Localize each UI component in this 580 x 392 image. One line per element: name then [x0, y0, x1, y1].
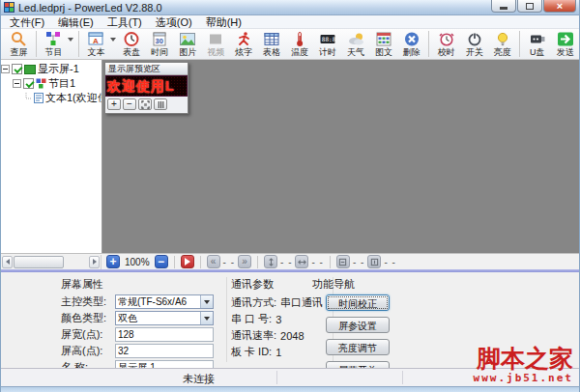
preview-toolbar: + − [105, 97, 188, 113]
screen-height-input[interactable] [115, 344, 214, 358]
toolbar-label: 温度 [291, 47, 308, 57]
text-dropdown-icon[interactable] [110, 38, 116, 42]
last-frame-button[interactable]: » [238, 255, 251, 268]
function-nav-section: 功能导航 时间校正 屏参设置 亮度调节 屏幕开关 [312, 277, 409, 364]
toolbar-dial-button[interactable]: 表盘 [118, 31, 146, 57]
frame-indicator: - - [223, 257, 235, 267]
zoom-level: 100% [125, 257, 150, 267]
canvas-zoom-out-button[interactable]: − [155, 255, 168, 268]
app-icon [4, 2, 14, 13]
tree-item-text[interactable]: 文本1(欢迎使用LED [1, 91, 102, 105]
preview-zoom-in-button[interactable]: + [107, 98, 121, 110]
close-button[interactable]: × [543, 0, 576, 13]
maximize-button[interactable] [517, 0, 542, 13]
field-label: 屏高(点): [61, 344, 115, 358]
preview-title: 显示屏预览区 [105, 63, 188, 75]
field-label: 主控类型: [61, 294, 115, 309]
select-value: 常规(TF-S6x/A6 [116, 295, 200, 309]
menu-file[interactable]: 文件(F) [3, 15, 51, 29]
toolbar-label: 文本 [87, 47, 104, 57]
program-dropdown-icon[interactable] [68, 38, 73, 42]
scroll-left-button[interactable] [2, 256, 13, 268]
toolbar-fancy-text-button[interactable]: 炫字 [230, 31, 258, 57]
toolbar-time-calibrate-button[interactable]: 校时 [432, 31, 460, 57]
preview-pan-button[interactable] [154, 98, 167, 110]
menu-bar: 文件(F) 编辑(E) 工具(T) 选项(O) 帮助(H) [1, 15, 579, 29]
screen-params-button[interactable]: 屏参设置 [326, 317, 390, 333]
preview-window[interactable]: 显示屏预览区 欢迎使用L + − [104, 62, 188, 114]
weather-icon [347, 31, 364, 47]
tree-item-program[interactable]: 节目1 [1, 76, 102, 91]
toolbar-switch-button[interactable]: 开关 [460, 31, 488, 57]
delete-icon [403, 31, 420, 47]
toolbar-text-button[interactable]: A 文本 [82, 31, 110, 57]
toolbar-usb-button[interactable]: U盘 [523, 31, 551, 57]
toolbar-label: U盘 [530, 47, 545, 57]
toolbar-search-screen-button[interactable]: 查屏 [5, 31, 33, 57]
toolbar-label: 时间 [151, 47, 168, 57]
property-row: 屏高(点): [61, 344, 226, 358]
toolbar-table-button[interactable]: 表格 [258, 31, 286, 57]
checkbox-checked-icon[interactable] [12, 64, 22, 74]
menu-help[interactable]: 帮助(H) [199, 15, 248, 29]
tree-horizontal-scrollbar[interactable] [1, 255, 102, 269]
toolbar-brightness-button[interactable]: 亮度 [488, 31, 516, 57]
scroll-right-button[interactable] [89, 256, 100, 268]
color-type-select[interactable]: 双色 [115, 311, 214, 325]
toolbar-program-button[interactable]: 节目 [40, 31, 68, 57]
toolbar-timer-button[interactable]: 88:88 计时 [314, 31, 342, 57]
connection-status: 未连接 [183, 372, 215, 386]
controller-type-select[interactable]: 常规(TF-S6x/A6 [115, 294, 214, 309]
time-correction-button[interactable]: 时间校正 [326, 294, 390, 311]
toolbar-graphic-text-button[interactable]: 图文 [369, 31, 397, 57]
property-row: 主控类型: 常规(TF-S6x/A6 [61, 294, 226, 309]
chevron-down-icon[interactable] [200, 295, 213, 308]
toolbar-temperature-button[interactable]: 温度 [286, 31, 314, 57]
first-frame-button[interactable]: « [207, 255, 220, 268]
brightness-adjust-button[interactable]: 亮度调节 [326, 339, 390, 355]
program-tree-icon [44, 31, 62, 47]
height-icon [367, 255, 381, 268]
toolbar-send-button[interactable]: 发送 [551, 31, 579, 57]
alarm-clock-icon [438, 31, 455, 47]
minimize-button[interactable] [491, 0, 516, 13]
expander-icon[interactable] [13, 79, 21, 88]
send-arrow-icon [557, 31, 574, 47]
fancy-text-icon [235, 31, 252, 47]
program-icon [36, 78, 46, 89]
main-area: 显示屏-1 节目1 [1, 60, 579, 253]
menu-tools[interactable]: 工具(T) [101, 15, 149, 29]
window-title: Led.ledprj - PowerLed V2.88.0 [18, 2, 162, 14]
menu-options[interactable]: 选项(O) [149, 15, 199, 29]
toolbar-picture-button[interactable]: 图片 [174, 31, 202, 57]
toolbar-weather-button[interactable]: 天气 [341, 31, 369, 57]
section-title: 功能导航 [312, 277, 409, 292]
display-canvas[interactable]: 显示屏预览区 欢迎使用L + − [102, 60, 579, 253]
toolbar-label: 表盘 [123, 47, 140, 57]
usb-drive-icon [529, 31, 546, 47]
toolbar-delete-button[interactable]: 删除 [397, 31, 425, 57]
window-controls: × [490, 0, 576, 13]
select-value: 双色 [116, 312, 200, 325]
chevron-down-icon[interactable] [200, 312, 213, 324]
toolbar-label: 表格 [263, 47, 280, 57]
expander-icon[interactable] [1, 65, 10, 73]
svg-text:A: A [93, 37, 99, 45]
menu-edit[interactable]: 编辑(E) [51, 15, 101, 29]
minimize-icon [500, 7, 508, 10]
window-bottom-border [1, 386, 579, 392]
preview-zoom-out-button[interactable]: − [123, 98, 136, 110]
play-button[interactable] [181, 255, 194, 268]
checkbox-checked-icon[interactable] [23, 78, 34, 89]
property-row: 屏宽(点): [61, 327, 226, 342]
toolbar-time-button[interactable]: 30 时间 [146, 31, 174, 57]
toolbar-label: 图文 [375, 47, 392, 57]
canvas-zoom-in-button[interactable]: + [106, 255, 120, 268]
toolbar-label: 查屏 [10, 47, 27, 57]
preview-fit-button[interactable] [138, 98, 152, 110]
tree-item-screen[interactable]: 显示屏-1 [1, 62, 102, 76]
brightness-bulb-icon [494, 31, 511, 47]
screen-icon [24, 65, 36, 74]
scrollbar-thumb[interactable] [14, 256, 64, 268]
screen-width-input[interactable] [115, 327, 214, 342]
